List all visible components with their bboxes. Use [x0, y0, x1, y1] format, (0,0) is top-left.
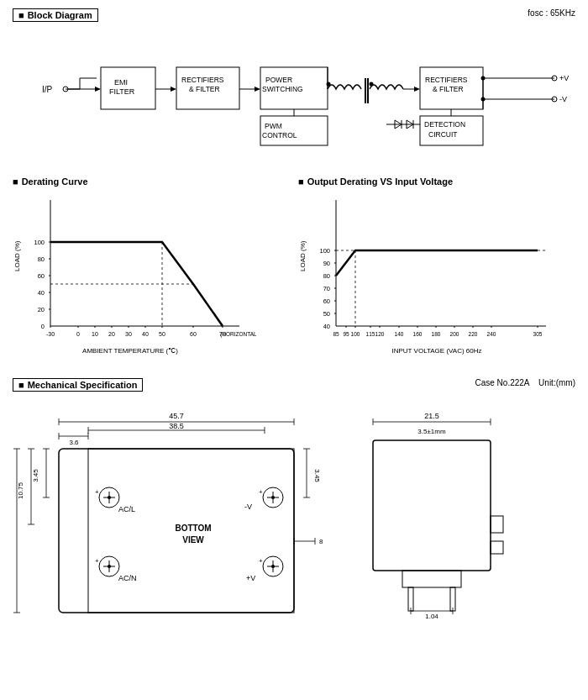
- output-derating-svg: LOAD (%) 40 50 60 70 80 90 100: [298, 192, 559, 360]
- svg-text:P/N diameter:1.04: P/N diameter:1.04: [405, 624, 459, 625]
- svg-text:VIEW: VIEW: [182, 535, 204, 545]
- svg-rect-207: [491, 541, 503, 554]
- svg-point-25: [327, 82, 331, 87]
- mech-left-svg: 45.7 38.5 3.6 3.45: [13, 407, 323, 625]
- svg-text:38.5: 38.5: [169, 422, 184, 430]
- svg-text:3.45: 3.45: [32, 469, 39, 482]
- svg-text:AMBIENT TEMPERATURE (℃): AMBIENT TEMPERATURE (℃): [82, 347, 178, 355]
- svg-point-175: [108, 565, 111, 568]
- svg-text:3.45: 3.45: [313, 469, 321, 482]
- svg-point-52: [481, 97, 486, 102]
- svg-text:DETECTION: DETECTION: [424, 120, 465, 129]
- svg-text:+V: +V: [559, 74, 569, 82]
- svg-text:200: 200: [450, 331, 459, 337]
- mechanical-diagrams: 45.7 38.5 3.6 3.45: [13, 407, 575, 627]
- svg-text:40: 40: [38, 289, 45, 297]
- output-derating-title: Output Derating VS Input Voltage: [298, 176, 575, 187]
- svg-text:SWITCHING: SWITCHING: [262, 85, 303, 93]
- output-derating-container: Output Derating VS Input Voltage LOAD (%…: [298, 176, 575, 361]
- svg-text:+: +: [259, 557, 263, 565]
- svg-text:8: 8: [319, 538, 323, 545]
- svg-text:-V: -V: [244, 503, 252, 511]
- svg-text:120: 120: [375, 331, 385, 337]
- svg-text:305: 305: [533, 331, 543, 337]
- mechanical-title: Mechanical Specification: [13, 378, 143, 392]
- svg-text:+: +: [259, 488, 263, 496]
- output-derating-area: LOAD (%) 40 50 60 70 80 90 100: [298, 192, 575, 361]
- svg-text:20: 20: [38, 306, 45, 313]
- svg-text:+: +: [95, 488, 99, 496]
- svg-rect-199: [408, 587, 413, 611]
- svg-point-26: [370, 82, 374, 87]
- svg-text:+V: +V: [246, 574, 255, 582]
- svg-text:100: 100: [319, 247, 330, 255]
- svg-text:RECTIFIERS: RECTIFIERS: [181, 76, 224, 84]
- block-diagram-header: Block Diagram fosc : 65KHz: [13, 8, 575, 29]
- svg-text:(HORIZONTAL): (HORIZONTAL): [220, 331, 256, 338]
- svg-text:180: 180: [432, 331, 441, 337]
- svg-text:EMI: EMI: [114, 78, 128, 87]
- case-info: Case No.222A Unit:(mm): [475, 378, 575, 387]
- svg-text:140: 140: [395, 331, 404, 337]
- mechanical-header: Mechanical Specification Case No.222A Un…: [13, 378, 575, 398]
- svg-text:85: 85: [333, 331, 339, 337]
- svg-text:& FILTER: & FILTER: [433, 85, 464, 93]
- svg-text:LOAD (%): LOAD (%): [299, 240, 307, 271]
- svg-marker-16: [255, 87, 260, 92]
- svg-text:115: 115: [366, 331, 375, 337]
- svg-text:BOTTOM: BOTTOM: [175, 524, 211, 533]
- svg-text:1.04: 1.04: [425, 613, 438, 620]
- svg-text:220: 220: [469, 331, 478, 337]
- svg-point-183: [271, 496, 275, 499]
- derating-curve-container: Derating Curve LOAD (%) 0 20 40 60 80: [13, 176, 290, 361]
- svg-text:95: 95: [343, 331, 349, 337]
- svg-text:FILTER: FILTER: [109, 87, 135, 96]
- svg-text:LOAD (%): LOAD (%): [13, 240, 21, 271]
- svg-text:RECTIFIERS: RECTIFIERS: [425, 76, 468, 84]
- svg-text:0: 0: [76, 331, 80, 337]
- svg-text:80: 80: [38, 255, 45, 263]
- derating-curve-title: Derating Curve: [13, 176, 290, 187]
- svg-text:POWER: POWER: [265, 76, 292, 84]
- svg-text:60: 60: [323, 297, 330, 305]
- svg-text:AC/L: AC/L: [118, 505, 135, 513]
- svg-text:50: 50: [159, 331, 165, 337]
- svg-text:100: 100: [34, 239, 45, 246]
- block-diagram-svg: I/P EMI FILTER RECTIFIERS & FILTER POWER…: [13, 32, 575, 158]
- svg-text:INPUT VOLTAGE (VAC) 60Hz: INPUT VOLTAGE (VAC) 60Hz: [392, 347, 482, 355]
- derating-curve-area: LOAD (%) 0 20 40 60 80 100: [13, 192, 290, 361]
- svg-text:0: 0: [41, 323, 45, 330]
- svg-text:-30: -30: [46, 331, 55, 337]
- mech-right-diagram: 21.5 3.5±1mm 1.04 P/N diameter:1.04: [348, 407, 575, 627]
- svg-point-169: [108, 496, 111, 499]
- unit-label: Unit:(mm): [538, 378, 575, 387]
- svg-rect-200: [450, 587, 455, 611]
- svg-text:CONTROL: CONTROL: [262, 131, 297, 139]
- svg-text:160: 160: [413, 331, 423, 337]
- fosc-label: fosc : 65KHz: [528, 8, 575, 18]
- svg-marker-6: [95, 87, 101, 92]
- svg-text:40: 40: [142, 331, 149, 337]
- svg-text:CIRCUIT: CIRCUIT: [428, 130, 457, 139]
- svg-point-189: [271, 565, 275, 568]
- svg-rect-198: [402, 571, 461, 587]
- svg-text:I/P: I/P: [42, 85, 53, 94]
- mechanical-section: Mechanical Specification Case No.222A Un…: [13, 378, 575, 627]
- svg-text:+: +: [95, 557, 99, 565]
- svg-marker-11: [171, 87, 176, 92]
- svg-text:60: 60: [38, 272, 45, 280]
- svg-text:45.7: 45.7: [169, 412, 184, 420]
- svg-text:50: 50: [323, 310, 330, 318]
- mech-right-svg: 21.5 3.5±1mm 1.04 P/N diameter:1.04: [348, 407, 516, 625]
- svg-marker-30: [414, 87, 420, 92]
- svg-text:20: 20: [108, 331, 115, 337]
- svg-text:90: 90: [323, 260, 330, 267]
- block-diagram-title: Block Diagram: [13, 8, 98, 22]
- block-diagram-section: Block Diagram fosc : 65KHz I/P EMI FILTE…: [13, 8, 575, 160]
- svg-text:100: 100: [351, 331, 360, 337]
- mech-left-diagram: 45.7 38.5 3.6 3.45: [13, 407, 331, 627]
- svg-text:70: 70: [323, 285, 330, 292]
- svg-text:21.5: 21.5: [424, 412, 439, 420]
- case-no: Case No.222A: [475, 378, 529, 387]
- derating-curve-svg: LOAD (%) 0 20 40 60 80 100: [13, 192, 256, 360]
